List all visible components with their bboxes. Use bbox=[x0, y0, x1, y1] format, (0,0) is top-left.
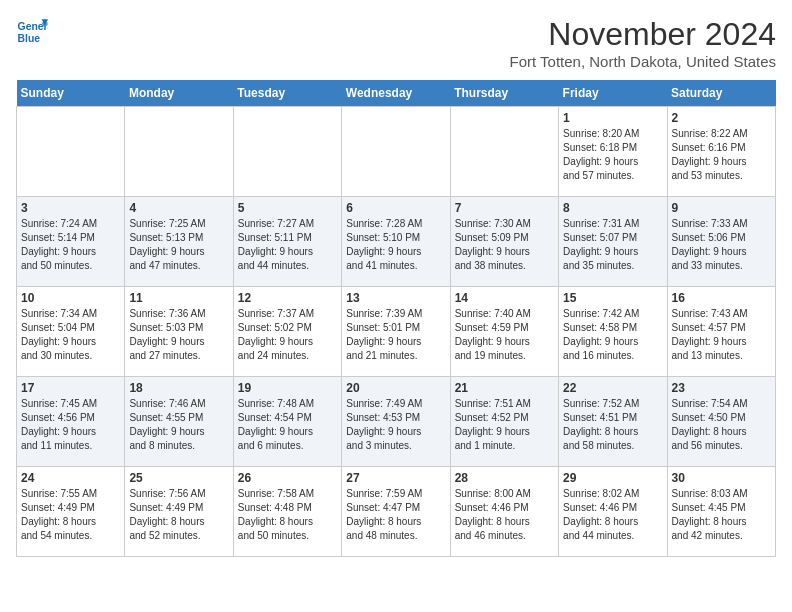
day-info: Sunrise: 8:02 AM Sunset: 4:46 PM Dayligh… bbox=[563, 487, 662, 543]
day-number: 30 bbox=[672, 471, 771, 485]
day-number: 4 bbox=[129, 201, 228, 215]
day-number: 19 bbox=[238, 381, 337, 395]
day-info: Sunrise: 7:34 AM Sunset: 5:04 PM Dayligh… bbox=[21, 307, 120, 363]
calendar-cell: 22Sunrise: 7:52 AM Sunset: 4:51 PM Dayli… bbox=[559, 377, 667, 467]
calendar-cell: 12Sunrise: 7:37 AM Sunset: 5:02 PM Dayli… bbox=[233, 287, 341, 377]
day-number: 22 bbox=[563, 381, 662, 395]
calendar-week-row: 17Sunrise: 7:45 AM Sunset: 4:56 PM Dayli… bbox=[17, 377, 776, 467]
day-number: 5 bbox=[238, 201, 337, 215]
calendar-cell: 8Sunrise: 7:31 AM Sunset: 5:07 PM Daylig… bbox=[559, 197, 667, 287]
calendar-week-row: 1Sunrise: 8:20 AM Sunset: 6:18 PM Daylig… bbox=[17, 107, 776, 197]
calendar-week-row: 10Sunrise: 7:34 AM Sunset: 5:04 PM Dayli… bbox=[17, 287, 776, 377]
calendar-cell bbox=[342, 107, 450, 197]
day-number: 27 bbox=[346, 471, 445, 485]
calendar-cell bbox=[125, 107, 233, 197]
day-number: 13 bbox=[346, 291, 445, 305]
day-number: 29 bbox=[563, 471, 662, 485]
day-info: Sunrise: 7:59 AM Sunset: 4:47 PM Dayligh… bbox=[346, 487, 445, 543]
calendar-week-row: 3Sunrise: 7:24 AM Sunset: 5:14 PM Daylig… bbox=[17, 197, 776, 287]
day-info: Sunrise: 7:43 AM Sunset: 4:57 PM Dayligh… bbox=[672, 307, 771, 363]
day-number: 28 bbox=[455, 471, 554, 485]
day-number: 9 bbox=[672, 201, 771, 215]
title-block: November 2024 Fort Totten, North Dakota,… bbox=[509, 16, 776, 70]
weekday-header: Saturday bbox=[667, 80, 775, 107]
day-number: 12 bbox=[238, 291, 337, 305]
calendar-week-row: 24Sunrise: 7:55 AM Sunset: 4:49 PM Dayli… bbox=[17, 467, 776, 557]
location-subtitle: Fort Totten, North Dakota, United States bbox=[509, 53, 776, 70]
weekday-header: Wednesday bbox=[342, 80, 450, 107]
day-info: Sunrise: 7:51 AM Sunset: 4:52 PM Dayligh… bbox=[455, 397, 554, 453]
month-year-title: November 2024 bbox=[509, 16, 776, 53]
day-info: Sunrise: 7:54 AM Sunset: 4:50 PM Dayligh… bbox=[672, 397, 771, 453]
day-number: 3 bbox=[21, 201, 120, 215]
day-info: Sunrise: 7:37 AM Sunset: 5:02 PM Dayligh… bbox=[238, 307, 337, 363]
day-number: 7 bbox=[455, 201, 554, 215]
calendar-cell: 24Sunrise: 7:55 AM Sunset: 4:49 PM Dayli… bbox=[17, 467, 125, 557]
calendar-cell: 3Sunrise: 7:24 AM Sunset: 5:14 PM Daylig… bbox=[17, 197, 125, 287]
day-info: Sunrise: 7:42 AM Sunset: 4:58 PM Dayligh… bbox=[563, 307, 662, 363]
calendar-cell: 6Sunrise: 7:28 AM Sunset: 5:10 PM Daylig… bbox=[342, 197, 450, 287]
calendar-cell: 30Sunrise: 8:03 AM Sunset: 4:45 PM Dayli… bbox=[667, 467, 775, 557]
calendar-cell bbox=[17, 107, 125, 197]
day-number: 17 bbox=[21, 381, 120, 395]
weekday-header: Sunday bbox=[17, 80, 125, 107]
day-info: Sunrise: 8:00 AM Sunset: 4:46 PM Dayligh… bbox=[455, 487, 554, 543]
calendar-cell: 25Sunrise: 7:56 AM Sunset: 4:49 PM Dayli… bbox=[125, 467, 233, 557]
weekday-header-row: SundayMondayTuesdayWednesdayThursdayFrid… bbox=[17, 80, 776, 107]
calendar-cell bbox=[233, 107, 341, 197]
day-info: Sunrise: 7:24 AM Sunset: 5:14 PM Dayligh… bbox=[21, 217, 120, 273]
day-number: 10 bbox=[21, 291, 120, 305]
calendar-cell: 21Sunrise: 7:51 AM Sunset: 4:52 PM Dayli… bbox=[450, 377, 558, 467]
calendar-cell: 18Sunrise: 7:46 AM Sunset: 4:55 PM Dayli… bbox=[125, 377, 233, 467]
calendar-cell: 26Sunrise: 7:58 AM Sunset: 4:48 PM Dayli… bbox=[233, 467, 341, 557]
day-number: 24 bbox=[21, 471, 120, 485]
calendar-cell: 10Sunrise: 7:34 AM Sunset: 5:04 PM Dayli… bbox=[17, 287, 125, 377]
day-info: Sunrise: 8:03 AM Sunset: 4:45 PM Dayligh… bbox=[672, 487, 771, 543]
day-info: Sunrise: 7:52 AM Sunset: 4:51 PM Dayligh… bbox=[563, 397, 662, 453]
day-info: Sunrise: 7:30 AM Sunset: 5:09 PM Dayligh… bbox=[455, 217, 554, 273]
day-info: Sunrise: 8:20 AM Sunset: 6:18 PM Dayligh… bbox=[563, 127, 662, 183]
weekday-header: Tuesday bbox=[233, 80, 341, 107]
day-info: Sunrise: 7:39 AM Sunset: 5:01 PM Dayligh… bbox=[346, 307, 445, 363]
weekday-header: Friday bbox=[559, 80, 667, 107]
day-info: Sunrise: 7:27 AM Sunset: 5:11 PM Dayligh… bbox=[238, 217, 337, 273]
day-info: Sunrise: 7:58 AM Sunset: 4:48 PM Dayligh… bbox=[238, 487, 337, 543]
calendar-cell: 19Sunrise: 7:48 AM Sunset: 4:54 PM Dayli… bbox=[233, 377, 341, 467]
day-number: 1 bbox=[563, 111, 662, 125]
calendar-table: SundayMondayTuesdayWednesdayThursdayFrid… bbox=[16, 80, 776, 557]
day-info: Sunrise: 7:28 AM Sunset: 5:10 PM Dayligh… bbox=[346, 217, 445, 273]
calendar-cell: 27Sunrise: 7:59 AM Sunset: 4:47 PM Dayli… bbox=[342, 467, 450, 557]
day-info: Sunrise: 7:56 AM Sunset: 4:49 PM Dayligh… bbox=[129, 487, 228, 543]
day-info: Sunrise: 7:36 AM Sunset: 5:03 PM Dayligh… bbox=[129, 307, 228, 363]
day-number: 15 bbox=[563, 291, 662, 305]
logo: General Blue bbox=[16, 16, 48, 48]
calendar-cell: 5Sunrise: 7:27 AM Sunset: 5:11 PM Daylig… bbox=[233, 197, 341, 287]
calendar-cell: 15Sunrise: 7:42 AM Sunset: 4:58 PM Dayli… bbox=[559, 287, 667, 377]
day-info: Sunrise: 7:31 AM Sunset: 5:07 PM Dayligh… bbox=[563, 217, 662, 273]
day-info: Sunrise: 7:48 AM Sunset: 4:54 PM Dayligh… bbox=[238, 397, 337, 453]
day-info: Sunrise: 8:22 AM Sunset: 6:16 PM Dayligh… bbox=[672, 127, 771, 183]
calendar-cell: 23Sunrise: 7:54 AM Sunset: 4:50 PM Dayli… bbox=[667, 377, 775, 467]
day-info: Sunrise: 7:25 AM Sunset: 5:13 PM Dayligh… bbox=[129, 217, 228, 273]
calendar-cell: 16Sunrise: 7:43 AM Sunset: 4:57 PM Dayli… bbox=[667, 287, 775, 377]
day-number: 14 bbox=[455, 291, 554, 305]
day-number: 21 bbox=[455, 381, 554, 395]
calendar-cell: 29Sunrise: 8:02 AM Sunset: 4:46 PM Dayli… bbox=[559, 467, 667, 557]
day-number: 26 bbox=[238, 471, 337, 485]
day-info: Sunrise: 7:55 AM Sunset: 4:49 PM Dayligh… bbox=[21, 487, 120, 543]
day-info: Sunrise: 7:49 AM Sunset: 4:53 PM Dayligh… bbox=[346, 397, 445, 453]
day-info: Sunrise: 7:45 AM Sunset: 4:56 PM Dayligh… bbox=[21, 397, 120, 453]
weekday-header: Monday bbox=[125, 80, 233, 107]
day-info: Sunrise: 7:40 AM Sunset: 4:59 PM Dayligh… bbox=[455, 307, 554, 363]
day-number: 23 bbox=[672, 381, 771, 395]
calendar-cell: 4Sunrise: 7:25 AM Sunset: 5:13 PM Daylig… bbox=[125, 197, 233, 287]
day-info: Sunrise: 7:46 AM Sunset: 4:55 PM Dayligh… bbox=[129, 397, 228, 453]
day-number: 8 bbox=[563, 201, 662, 215]
day-number: 18 bbox=[129, 381, 228, 395]
calendar-cell bbox=[450, 107, 558, 197]
calendar-cell: 28Sunrise: 8:00 AM Sunset: 4:46 PM Dayli… bbox=[450, 467, 558, 557]
calendar-cell: 20Sunrise: 7:49 AM Sunset: 4:53 PM Dayli… bbox=[342, 377, 450, 467]
calendar-cell: 13Sunrise: 7:39 AM Sunset: 5:01 PM Dayli… bbox=[342, 287, 450, 377]
day-number: 6 bbox=[346, 201, 445, 215]
day-number: 20 bbox=[346, 381, 445, 395]
